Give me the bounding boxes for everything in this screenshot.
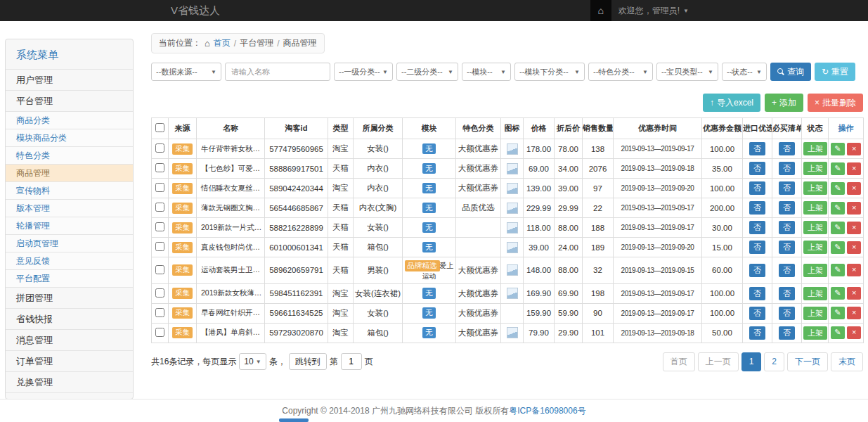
import-select-toggle[interactable]: 否	[749, 264, 765, 277]
import-select-toggle[interactable]: 否	[749, 162, 765, 175]
edit-button[interactable]: ✎	[831, 287, 845, 300]
name-search-input[interactable]	[225, 63, 330, 81]
edit-button[interactable]: ✎	[831, 182, 845, 195]
must-buy-toggle[interactable]: 否	[779, 142, 795, 155]
breadcrumb-item-platform[interactable]: 平台管理	[240, 37, 273, 49]
status-button[interactable]: 上架	[803, 162, 827, 175]
page-button[interactable]: 下一页	[787, 352, 828, 371]
status-button[interactable]: 上架	[803, 241, 827, 254]
breadcrumb-home-link[interactable]: 首页	[214, 37, 231, 49]
filter-select[interactable]: --一级分类--▼	[334, 63, 393, 81]
status-button[interactable]: 上架	[803, 181, 827, 195]
user-menu[interactable]: 欢迎您，管理员! ▼	[611, 5, 696, 17]
filter-select[interactable]: --状态--▼	[722, 63, 767, 81]
status-button[interactable]: 上架	[803, 201, 827, 215]
row-checkbox[interactable]	[155, 328, 164, 337]
sidebar-item[interactable]: 平台配置	[6, 269, 133, 287]
row-checkbox[interactable]	[155, 143, 164, 153]
status-button[interactable]: 上架	[803, 264, 827, 277]
import-select-toggle[interactable]: 否	[749, 307, 765, 320]
must-buy-toggle[interactable]: 否	[779, 264, 795, 277]
sidebar-item[interactable]: 订单管理	[6, 350, 133, 371]
must-buy-toggle[interactable]: 否	[779, 326, 795, 340]
row-checkbox[interactable]	[155, 203, 164, 212]
page-button[interactable]: 1	[741, 352, 762, 371]
sidebar-item[interactable]: 用户管理	[6, 69, 133, 90]
status-button[interactable]: 上架	[803, 326, 827, 340]
sidebar-item[interactable]: 启动页管理	[6, 234, 133, 252]
filter-select[interactable]: --特色分类--▼	[588, 63, 653, 81]
delete-button[interactable]: ×	[847, 202, 861, 215]
delete-button[interactable]: ×	[847, 241, 861, 254]
reset-button[interactable]: ↻ 重置	[815, 63, 855, 81]
sidebar-item[interactable]: 模块商品分类	[6, 129, 133, 146]
sidebar-item[interactable]: 意见反馈	[6, 252, 133, 269]
delete-button[interactable]: ×	[847, 326, 861, 339]
status-button[interactable]: 上架	[803, 287, 827, 300]
import-excel-button[interactable]: ↑ 导入excel	[703, 94, 760, 112]
sidebar-item[interactable]: 商品管理	[6, 164, 133, 181]
edit-button[interactable]: ✎	[831, 307, 845, 319]
status-button[interactable]: 上架	[803, 307, 827, 320]
import-select-toggle[interactable]: 否	[749, 221, 765, 234]
edit-button[interactable]: ✎	[831, 264, 845, 276]
sidebar-item[interactable]: 拼团管理	[6, 287, 133, 308]
row-checkbox[interactable]	[155, 163, 164, 172]
delete-button[interactable]: ×	[847, 182, 861, 195]
filter-select[interactable]: --模块--▼	[462, 63, 511, 81]
filter-select[interactable]: --数据来源--▼	[151, 63, 221, 81]
edit-button[interactable]: ✎	[831, 162, 845, 175]
edit-button[interactable]: ✎	[831, 241, 845, 254]
row-checkbox[interactable]	[155, 242, 164, 251]
status-button[interactable]: 上架	[803, 221, 827, 234]
sidebar-item[interactable]: 特色分类	[6, 146, 133, 164]
must-buy-toggle[interactable]: 否	[779, 307, 795, 320]
import-select-toggle[interactable]: 否	[749, 181, 765, 195]
sidebar-item[interactable]: 版本管理	[6, 199, 133, 217]
sidebar-item[interactable]: 消息管理	[6, 329, 133, 350]
delete-button[interactable]: ×	[847, 222, 861, 234]
must-buy-toggle[interactable]: 否	[779, 221, 795, 234]
select-all-checkbox[interactable]	[155, 123, 164, 132]
must-buy-toggle[interactable]: 否	[779, 287, 795, 300]
must-buy-toggle[interactable]: 否	[779, 181, 795, 195]
sidebar-item[interactable]: 平台管理	[6, 90, 133, 111]
page-button[interactable]: 末页	[831, 352, 863, 371]
horizontal-scrollbar-thumb[interactable]	[279, 418, 309, 422]
delete-button[interactable]: ×	[847, 264, 861, 276]
import-select-toggle[interactable]: 否	[749, 201, 765, 215]
row-checkbox[interactable]	[155, 288, 164, 298]
jump-page-input[interactable]	[341, 353, 362, 370]
page-button[interactable]: 2	[764, 352, 784, 371]
delete-button[interactable]: ×	[847, 162, 861, 175]
edit-button[interactable]: ✎	[831, 326, 845, 339]
sidebar-item[interactable]: 省钱快报	[6, 308, 133, 329]
per-page-select[interactable]: 10 ▼	[239, 353, 266, 370]
sidebar-item[interactable]: 轮播管理	[6, 217, 133, 234]
sidebar-item[interactable]: 宣传物料	[6, 181, 133, 199]
status-button[interactable]: 上架	[803, 142, 827, 155]
filter-select[interactable]: --模块下分类--▼	[514, 63, 585, 81]
row-checkbox[interactable]	[155, 265, 164, 274]
sidebar-item[interactable]: 商品分类	[6, 111, 133, 129]
row-checkbox[interactable]	[155, 183, 164, 192]
edit-button[interactable]: ✎	[831, 202, 845, 215]
import-select-toggle[interactable]: 否	[749, 287, 765, 300]
delete-button[interactable]: ×	[847, 143, 861, 155]
search-button[interactable]: 查询	[770, 63, 811, 81]
jump-button[interactable]: 跳转到	[289, 353, 327, 370]
edit-button[interactable]: ✎	[831, 143, 845, 155]
home-button[interactable]: ⌂	[590, 0, 611, 21]
must-buy-toggle[interactable]: 否	[779, 241, 795, 254]
batch-delete-button[interactable]: × 批量删除	[808, 94, 863, 112]
delete-button[interactable]: ×	[847, 287, 861, 300]
delete-button[interactable]: ×	[847, 307, 861, 319]
import-select-toggle[interactable]: 否	[749, 326, 765, 340]
import-select-toggle[interactable]: 否	[749, 142, 765, 155]
page-button[interactable]: 首页	[663, 352, 695, 371]
icp-link[interactable]: 粤ICP备16098006号	[509, 405, 585, 417]
sidebar-item[interactable]: 兑换管理	[6, 371, 133, 392]
row-checkbox[interactable]	[155, 222, 164, 231]
filter-select[interactable]: --宝贝类型--▼	[656, 63, 718, 81]
import-select-toggle[interactable]: 否	[749, 241, 765, 254]
